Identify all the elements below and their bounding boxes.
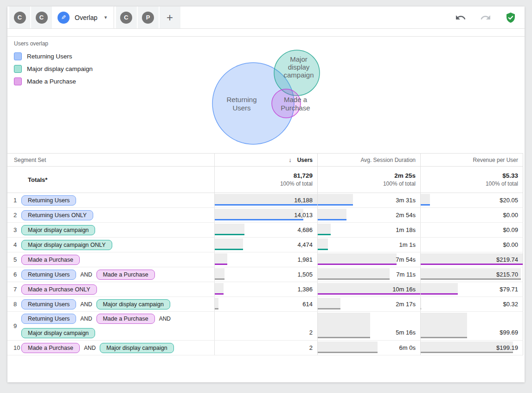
duration-value: 10m 16s	[392, 286, 420, 293]
totals-label: Totals*	[7, 167, 214, 193]
revenue-cell: $0.00	[420, 238, 523, 252]
column-header-avg-session-duration[interactable]: Avg. Session Duration	[317, 154, 420, 166]
tab-overlap-active[interactable]: ✎ Overlap ▾	[53, 6, 114, 28]
table-row[interactable]: 10Made a PurchaseANDMajor display campai…	[7, 341, 523, 355]
revenue-cell: $99.69	[420, 312, 523, 340]
segment-chip[interactable]: Returning Users ONLY	[21, 210, 93, 220]
segment-chip[interactable]: Major display campaign	[96, 299, 170, 309]
duration-cell: 10m 16s	[317, 282, 420, 296]
tab-avatar-c1: C	[14, 12, 26, 24]
segment-chip[interactable]: Made a Purchase	[21, 255, 80, 265]
table-row[interactable]: 5Made a Purchase1,9817m 54s$219.74	[7, 252, 523, 267]
duration-value: 2m 54s	[396, 212, 420, 219]
users-value: 4,474	[297, 241, 317, 248]
revenue-bar	[421, 194, 430, 206]
segment-chip[interactable]: Returning Users	[21, 270, 76, 280]
table-body: 1Returning Users16,1883m 31s$20.052Retur…	[7, 193, 525, 355]
redo-icon[interactable]	[480, 12, 491, 23]
users-bar	[215, 283, 224, 295]
segment-chip[interactable]: Returning Users	[21, 299, 76, 309]
duration-value: 6m 0s	[399, 344, 420, 351]
overlap-visualization-panel: Users overlap Returning UsersMajor displ…	[7, 36, 525, 153]
revenue-value: $20.05	[500, 197, 523, 204]
segment-chip[interactable]: Made a Purchase	[21, 343, 80, 353]
column-header-revenue-per-user[interactable]: Revenue per User	[420, 154, 523, 166]
users-value: 2	[309, 329, 317, 336]
duration-cell: 2m 54s	[317, 208, 420, 222]
chevron-down-icon[interactable]: ▾	[104, 14, 107, 20]
segment-set-cell: 8Returning UsersANDMajor display campaig…	[7, 297, 214, 311]
duration-value: 1m 1s	[399, 241, 420, 248]
users-cell: 4,474	[214, 238, 317, 252]
revenue-cell: $20.05	[420, 193, 523, 207]
users-cell: 1,505	[214, 267, 317, 282]
table-row[interactable]: 6Returning UsersANDMade a Purchase1,5057…	[7, 267, 523, 282]
table-row[interactable]: 8Returning UsersANDMajor display campaig…	[7, 297, 523, 312]
duration-bar	[318, 209, 346, 220]
venn-circle-made-a-purchase[interactable]	[272, 89, 301, 118]
duration-cell: 1m 18s	[317, 223, 420, 237]
column-header-segment-set: Segment Set	[7, 157, 214, 163]
segment-chip[interactable]: Made a Purchase	[96, 314, 155, 324]
table-row[interactable]: 1Returning Users16,1883m 31s$20.05	[7, 193, 523, 208]
revenue-value: $199.19	[496, 344, 523, 351]
toolbar-gap	[7, 29, 525, 36]
tab-sheet-1[interactable]: C	[9, 6, 30, 28]
segment-chip[interactable]: Made a Purchase	[96, 270, 155, 280]
segment-chip[interactable]: Major display campaign	[21, 225, 95, 235]
column-header-users[interactable]: ↓ Users	[214, 154, 317, 166]
table-row[interactable]: 2Returning Users ONLY14,0132m 54s$0.00	[7, 208, 523, 223]
table-row[interactable]: 3Major display campaign4,6861m 18s$0.09	[7, 223, 523, 238]
row-number: 4	[7, 241, 21, 248]
duration-bar	[318, 238, 328, 250]
row-number: 7	[7, 286, 21, 293]
duration-bar	[318, 224, 331, 235]
duration-bar	[318, 268, 390, 280]
segment-set-cell: 1Returning Users	[7, 193, 214, 207]
tab-sheet-2[interactable]: C	[31, 6, 52, 28]
tab-avatar-c2: C	[36, 12, 48, 24]
table-row[interactable]: 7Made a Purchase ONLY1,38610m 16s$79.71	[7, 282, 523, 297]
users-cell: 1,386	[214, 282, 317, 296]
users-bar	[215, 209, 303, 220]
data-protected-shield-icon[interactable]	[505, 12, 516, 23]
tab-sheet-4[interactable]: P	[138, 6, 159, 28]
segment-chip[interactable]: Returning Users	[21, 314, 76, 324]
duration-cell: 3m 31s	[317, 193, 420, 207]
revenue-cell: $199.19	[420, 341, 523, 355]
segment-chip[interactable]: Major display campaign	[21, 328, 95, 338]
users-cell: 16,188	[214, 193, 317, 207]
add-tab-button[interactable]: +	[160, 6, 180, 28]
totals-revenue-cell: $5.33 100% of total	[420, 167, 523, 193]
segment-chip[interactable]: Major display campaign ONLY	[21, 240, 112, 250]
sort-descending-icon: ↓	[288, 156, 292, 163]
row-number: 10	[7, 344, 21, 351]
undo-icon[interactable]	[455, 12, 466, 23]
users-value: 1,981	[297, 256, 317, 263]
tab-sheet-3[interactable]: C	[116, 6, 137, 28]
row-number: 8	[7, 301, 21, 308]
segment-chip[interactable]: Major display campaign	[100, 343, 173, 353]
duration-bar	[318, 253, 397, 265]
revenue-value: $0.00	[503, 241, 523, 248]
table-row[interactable]: 4Major display campaign ONLY4,4741m 1s$0…	[7, 238, 523, 252]
segment-set-cell: 10Made a PurchaseANDMajor display campai…	[7, 341, 214, 355]
venn-label: Made aPurchase	[281, 96, 310, 112]
segment-set-cell: 5Made a Purchase	[7, 252, 214, 267]
table-row[interactable]: 9Returning UsersANDMade a PurchaseANDMaj…	[7, 312, 523, 341]
segment-chip[interactable]: Returning Users	[21, 195, 76, 206]
revenue-value: $0.09	[503, 226, 523, 233]
and-operator-label: AND	[84, 345, 96, 351]
revenue-bar	[421, 283, 458, 295]
duration-value: 7m 54s	[396, 256, 420, 263]
segment-set-cell: 6Returning UsersANDMade a Purchase	[7, 267, 214, 282]
revenue-value: $79.71	[500, 286, 523, 293]
revenue-cell: $219.74	[420, 252, 523, 267]
tab-avatar-p: P	[142, 12, 154, 24]
duration-value: 2m 17s	[396, 301, 420, 308]
users-bar	[215, 238, 243, 250]
users-cell: 2	[214, 341, 317, 355]
tab-toolbar: C C ✎ Overlap ▾ C P +	[7, 6, 525, 29]
duration-cell: 7m 54s	[317, 252, 420, 267]
segment-chip[interactable]: Made a Purchase ONLY	[21, 284, 97, 295]
